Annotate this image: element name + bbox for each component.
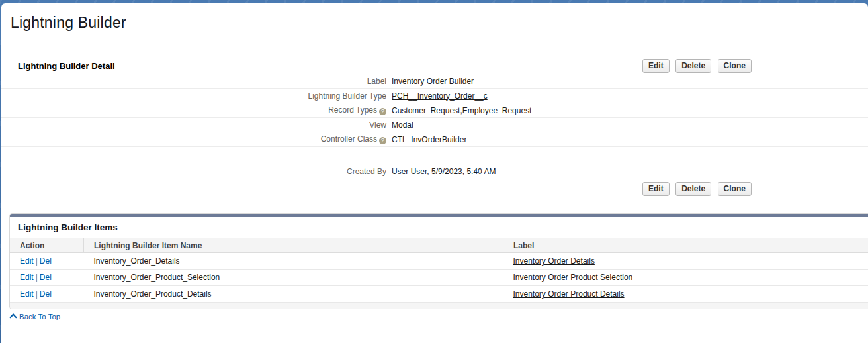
items-section-title: Lightning Builder Items xyxy=(10,217,868,238)
detail-section-title: Lightning Builder Detail xyxy=(18,61,115,71)
created-by-row: Created By User User, 5/9/2023, 5:40 AM xyxy=(1,164,868,178)
item-label-link[interactable]: Inventory Order Product Details xyxy=(513,289,625,299)
row-del-link[interactable]: Del xyxy=(40,289,52,299)
back-to-top-link[interactable]: Back To Top xyxy=(11,313,60,320)
lightning-builder-items-panel: Lightning Builder Items Action Lightning… xyxy=(9,213,868,309)
field-value: Inventory Order Builder xyxy=(386,77,474,86)
action-cell: Edit|Del xyxy=(10,286,84,303)
table-row: Edit|Del Inventory_Order_Details Invento… xyxy=(10,253,868,270)
field-value: CTL_InvOrderBuilder xyxy=(386,135,466,144)
item-name-cell: Inventory_Order_Product_Selection xyxy=(84,270,503,286)
row-del-link[interactable]: Del xyxy=(40,273,52,282)
panel-footer-strip xyxy=(10,303,868,309)
clone-button[interactable]: Clone xyxy=(718,182,752,196)
detail-field-list: Label Inventory Order Builder Lightning … xyxy=(1,74,868,147)
help-icon[interactable]: ? xyxy=(379,108,386,115)
field-row-builder-type: Lightning Builder Type PCH__Inventory_Or… xyxy=(1,89,868,103)
field-label: Created By xyxy=(1,167,386,176)
items-table: Action Lightning Builder Item Name Label… xyxy=(10,238,868,303)
item-label-link[interactable]: Inventory Order Product Selection xyxy=(513,273,633,282)
back-to-top-label: Back To Top xyxy=(19,313,60,320)
field-label: Lightning Builder Type xyxy=(1,91,386,101)
field-value: Customer_Request,Employee_Request xyxy=(386,106,531,115)
field-label-text: Created By xyxy=(347,167,386,176)
field-value: Modal xyxy=(386,121,413,130)
field-row-controller-class: Controller Class? CTL_InvOrderBuilder xyxy=(1,132,868,147)
builder-type-link[interactable]: PCH__Inventory_Order__c xyxy=(392,91,488,101)
field-label: Record Types? xyxy=(1,105,386,115)
item-label-link[interactable]: Inventory Order Details xyxy=(513,256,595,266)
created-by-value: User User, 5/9/2023, 5:40 AM xyxy=(386,167,496,176)
action-cell: Edit|Del xyxy=(10,270,84,286)
delete-button[interactable]: Delete xyxy=(675,182,711,196)
page-title: Lightning Builder xyxy=(11,14,126,32)
item-name-cell: Inventory_Order_Product_Details xyxy=(84,286,503,303)
field-label: Label xyxy=(1,77,386,86)
detail-buttons-top: Edit Delete Clone xyxy=(642,59,755,73)
field-row-record-types: Record Types? Customer_Request,Employee_… xyxy=(1,103,868,118)
field-label-text: Lightning Builder Type xyxy=(308,91,386,101)
help-icon[interactable]: ? xyxy=(379,137,386,144)
action-separator: | xyxy=(34,256,40,266)
table-row: Edit|Del Inventory_Order_Product_Selecti… xyxy=(10,270,868,286)
row-edit-link[interactable]: Edit xyxy=(20,256,34,266)
created-by-datetime: , 5/9/2023, 5:40 AM xyxy=(427,167,496,176)
action-cell: Edit|Del xyxy=(10,253,84,270)
content-card: Lightning Builder Lightning Builder Deta… xyxy=(1,3,868,343)
row-edit-link[interactable]: Edit xyxy=(20,289,34,299)
row-edit-link[interactable]: Edit xyxy=(20,273,34,282)
clone-button[interactable]: Clone xyxy=(718,59,752,73)
item-name-cell: Inventory_Order_Details xyxy=(84,253,503,270)
field-label-text: Label xyxy=(367,77,386,86)
chevron-up-icon xyxy=(9,313,17,320)
item-label-cell: Inventory Order Product Selection xyxy=(503,270,868,286)
field-label: Controller Class? xyxy=(1,134,386,144)
detail-buttons-bottom: Edit Delete Clone xyxy=(642,182,755,196)
field-label-text: Controller Class xyxy=(321,134,377,144)
column-header-action: Action xyxy=(10,238,84,253)
action-separator: | xyxy=(34,273,40,282)
field-row-label: Label Inventory Order Builder xyxy=(1,74,868,89)
edit-button[interactable]: Edit xyxy=(642,182,670,196)
field-value: PCH__Inventory_Order__c xyxy=(386,91,488,101)
field-label: View xyxy=(1,121,386,130)
row-del-link[interactable]: Del xyxy=(40,256,52,266)
delete-button[interactable]: Delete xyxy=(675,59,711,73)
field-label-text: Record Types xyxy=(328,105,377,115)
items-header-row: Action Lightning Builder Item Name Label xyxy=(10,238,868,253)
action-separator: | xyxy=(34,289,40,299)
item-label-cell: Inventory Order Details xyxy=(503,253,868,270)
column-header-label: Label xyxy=(503,238,868,253)
item-label-cell: Inventory Order Product Details xyxy=(503,286,868,303)
column-header-item-name: Lightning Builder Item Name xyxy=(84,238,503,253)
field-label-text: View xyxy=(369,121,386,130)
table-row: Edit|Del Inventory_Order_Product_Details… xyxy=(10,286,868,303)
created-by-user-link[interactable]: User User xyxy=(392,167,427,176)
field-row-view: View Modal xyxy=(1,118,868,132)
edit-button[interactable]: Edit xyxy=(642,59,670,73)
